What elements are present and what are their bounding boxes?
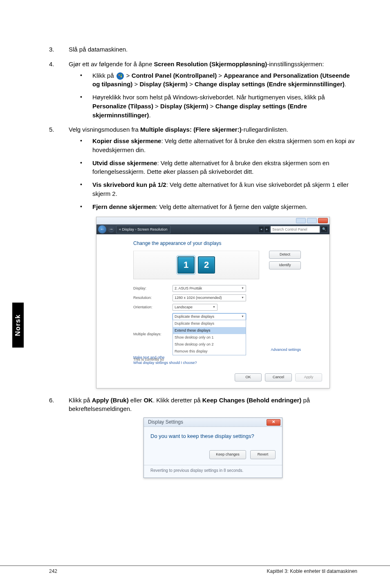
s6-b2: OK	[143, 397, 153, 404]
window-titlebar	[96, 217, 329, 224]
maximize-button[interactable]	[307, 218, 317, 223]
detect-button[interactable]: Detect	[269, 251, 301, 259]
monitor-1-icon[interactable]: 1	[177, 256, 195, 274]
display-settings-dialog: Display Settings ✕ Do you want to keep t…	[143, 417, 282, 478]
step3-text: Slå på datamaskinen.	[69, 46, 128, 53]
s5c-b: Vis skrivebord kun på 1/2	[92, 181, 166, 188]
step4-sublist: Klikk på > Control Panel (Kontrollpanel)…	[80, 71, 357, 120]
multiple-displays-dropdown[interactable]: Duplicate these displays▼	[173, 313, 246, 320]
step5-b: Utvid disse skjermene: Velg dette altern…	[80, 159, 357, 177]
chapter-title: Kapittel 3: Koble enheter til datamaskin…	[267, 568, 357, 574]
step-5: Velg visningsmodusen fra Multiple displa…	[49, 125, 357, 388]
s4-bold: Screen Resolution (Skjermoppløsning)	[154, 61, 267, 67]
s5-lead: Velg visningsmodusen fra	[69, 126, 140, 133]
text-size-link[interactable]: Make text and othe	[133, 355, 301, 360]
s6-m: eller	[129, 397, 144, 404]
nav-arrows: ◂ ▸	[258, 226, 270, 233]
monitor-2-icon[interactable]: 2	[198, 256, 215, 274]
breadcrumb-text: « Display › Screen Resolution	[119, 227, 168, 232]
s5d-t: : Velg dette alternativet for å fjerne d…	[156, 203, 307, 210]
menu-option-remove[interactable]: Remove this display	[173, 348, 246, 355]
keep-changes-button[interactable]: Keep changes	[209, 450, 246, 459]
language-side-tab: Norsk	[12, 303, 24, 348]
search-placeholder: Search Control Panel	[272, 227, 307, 232]
s4b-a: Høyreklikk hvor som helst på Windows-skr…	[92, 94, 325, 101]
arrow-right-icon[interactable]: ▸	[264, 226, 270, 233]
advanced-settings-link[interactable]: Advanced settings	[271, 348, 301, 352]
ok-button[interactable]: OK	[235, 373, 262, 382]
explorer-navbar: ← → « Display › Screen Resolution ◂ ▸ Se…	[96, 224, 329, 234]
s5b-b: Utvid disse skjermene	[92, 159, 157, 166]
dialog-buttons: OK Cancel Apply	[96, 370, 329, 388]
s4-tail: -innstillingsskjermen:	[267, 61, 324, 67]
search-area: ◂ ▸ Search Control Panel 🔍	[258, 226, 328, 233]
dialog-title: Display Settings	[148, 419, 183, 426]
orientation-value: Landscape	[175, 305, 193, 310]
dialog-close-button[interactable]: ✕	[267, 419, 280, 426]
step4-b: Høyreklikk hvor som helst på Windows-skr…	[80, 93, 357, 119]
step-6: Klikk på Apply (Bruk) eller OK. Klikk de…	[49, 396, 357, 478]
apply-button[interactable]: Apply	[295, 373, 322, 382]
s4b-2: Display (Skjerm)	[160, 103, 208, 110]
resolution-value: 1280 x 1024 (recommended)	[175, 295, 222, 301]
dialog-title-bar: Display Settings ✕	[144, 418, 282, 427]
windows-start-icon	[117, 72, 124, 80]
display-dropdown[interactable]: 2. ASUS PAották▼	[173, 285, 246, 292]
resolution-dropdown[interactable]: 1280 x 1024 (recommended)▼	[173, 294, 246, 301]
chevron-down-icon: ▼	[241, 314, 244, 319]
arrow-left-icon[interactable]: ◂	[258, 226, 264, 233]
window-heading: Change the appearance of your displays	[133, 240, 301, 247]
label-multiple: Multiple displays:	[133, 332, 170, 337]
s6-c: . Klikk deretter på	[153, 397, 202, 404]
label-orientation: Orientation:	[133, 305, 170, 310]
screen-resolution-window: ← → « Display › Screen Resolution ◂ ▸ Se…	[96, 217, 330, 388]
label-display: Display:	[133, 286, 170, 291]
menu-option-extend[interactable]: Extend these displays	[173, 327, 246, 334]
s4a-1: Control Panel (Kontrollpanel)	[132, 72, 217, 79]
chevron-down-icon: ▼	[241, 296, 244, 300]
s5-tail: -rullegardinlisten.	[242, 126, 288, 133]
cancel-button[interactable]: Cancel	[265, 373, 292, 382]
menu-option-only2[interactable]: Show desktop only on 2	[173, 341, 246, 348]
s5-bold: Multiple displays: (Flere skjermer:)	[140, 126, 242, 133]
dialog-question: Do you want to keep these display settin…	[150, 433, 276, 440]
chevron-down-icon: ▼	[213, 305, 215, 309]
page-number: 242	[49, 568, 57, 574]
search-go-icon[interactable]: 🔍	[321, 226, 328, 233]
step-4: Gjør ett av følgende for å åpne Screen R…	[49, 60, 357, 120]
s4a-3: Display (Skjerm)	[139, 81, 188, 88]
orientation-dropdown[interactable]: Landscape▼	[173, 304, 217, 311]
display-value: 2. ASUS PAották	[175, 286, 202, 291]
document-page: Slå på datamaskinen. Gjør ett av følgend…	[0, 0, 390, 508]
step4-a: Klikk på > Control Panel (Kontrollpanel)…	[80, 71, 357, 89]
breadcrumb[interactable]: « Display › Screen Resolution	[116, 226, 170, 233]
chevron-down-icon: ▼	[241, 286, 244, 290]
step5-a: Kopier disse skjermene: Velg dette alter…	[80, 137, 357, 155]
help-link[interactable]: What display settings should I choose?	[133, 360, 301, 366]
nav-forward-icon[interactable]: →	[108, 226, 114, 233]
revert-button[interactable]: Revert	[250, 450, 276, 459]
monitor-arrangement-box[interactable]: 1 2	[133, 251, 259, 279]
s4b-1: Personalize (Tilpass)	[92, 103, 153, 110]
step-3: Slå på datamaskinen.	[49, 45, 357, 54]
main-step-list: Slå på datamaskinen. Gjør ett av følgend…	[49, 45, 357, 478]
menu-option-duplicate[interactable]: Duplicate these displays	[173, 320, 246, 327]
multiple-value: Duplicate these displays	[175, 314, 214, 319]
s4a-pre: Klikk på	[92, 72, 116, 79]
close-button[interactable]	[318, 218, 328, 223]
s6-b3: Keep Changes (Behold endringer)	[202, 397, 302, 404]
identify-button[interactable]: Identify	[269, 261, 301, 269]
search-input[interactable]: Search Control Panel	[271, 226, 320, 233]
page-footer: 242 Kapittel 3: Koble enheter til datama…	[0, 566, 390, 574]
multiple-displays-menu: Duplicate these displays Extend these di…	[173, 320, 246, 355]
step5-sublist: Kopier disse skjermene: Velg dette alter…	[80, 137, 357, 211]
menu-option-only1[interactable]: Show desktop only on 1	[173, 334, 246, 341]
s4-lead: Gjør ett av følgende for å åpne	[69, 61, 154, 67]
label-resolution: Resolution:	[133, 295, 170, 301]
s6-b1: Apply (Bruk)	[92, 397, 129, 404]
s5a-b: Kopier disse skjermene	[92, 137, 161, 144]
minimize-button[interactable]	[296, 218, 306, 223]
display-form: Display: 2. ASUS PAották▼ Resolution: 12…	[133, 285, 301, 355]
s6-a: Klikk på	[69, 397, 92, 404]
nav-back-icon[interactable]: ←	[98, 225, 106, 233]
